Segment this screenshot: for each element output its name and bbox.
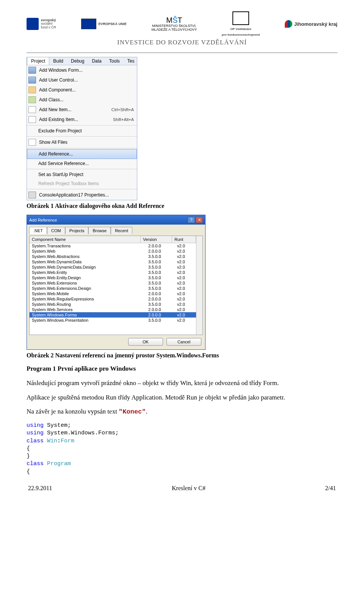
menu-shortcut: Ctrl+Shift+A bbox=[111, 107, 134, 112]
grid-row[interactable]: System.Web.Abstractions3.5.0.0v2.0 bbox=[30, 254, 196, 259]
menubar-tes[interactable]: Tes bbox=[124, 57, 138, 65]
opvk-icon bbox=[232, 11, 249, 25]
grid-row[interactable]: System.Web2.0.0.0v2.0 bbox=[30, 248, 196, 254]
cell-version: 2.0.0.0 bbox=[148, 249, 177, 253]
tab-com[interactable]: COM bbox=[47, 227, 65, 234]
cell-version: 3.5.0.0 bbox=[148, 259, 177, 264]
menu-item-label: Refresh Project Toolbox Items bbox=[38, 181, 99, 186]
ok-button[interactable]: OK bbox=[128, 338, 163, 346]
menu-item-label: ConsoleApplication17 Properties... bbox=[39, 192, 109, 198]
menu-item[interactable]: Set as StartUp Project bbox=[27, 170, 137, 179]
cancel-button[interactable]: Cancel bbox=[166, 338, 201, 346]
cell-name: System.Web bbox=[30, 249, 148, 253]
tab-browse[interactable]: Browse bbox=[88, 227, 111, 234]
type-program: Program bbox=[47, 461, 71, 467]
grid-row[interactable]: System.Windows.Forms2.0.0.0v2.0 bbox=[30, 312, 196, 318]
menu-item[interactable]: ConsoleApplication17 Properties... bbox=[27, 190, 137, 200]
menu-item-label: Set as StartUp Project bbox=[38, 172, 83, 177]
esf-line3: fond v ČR bbox=[41, 25, 56, 29]
menubar-data[interactable]: Data bbox=[88, 57, 105, 65]
vs-menu-items: Add Windows Form...Add User Control...Ad… bbox=[27, 65, 137, 200]
grid-row[interactable]: System.Transactions2.0.0.0v2.0 bbox=[30, 243, 196, 248]
menu-item-label: Add Windows Form... bbox=[39, 68, 83, 73]
code-brace-3: { bbox=[27, 469, 30, 475]
grid-row[interactable]: System.Web.Extensions.Design3.5.0.0v2.0 bbox=[30, 286, 196, 291]
grid-row[interactable]: System.Web.Routing3.5.0.0v2.0 bbox=[30, 302, 196, 307]
grid-row[interactable]: System.Web.DynamicData.Design3.5.0.0v2.0 bbox=[30, 264, 196, 270]
cell-name: System.Web.Routing bbox=[30, 302, 148, 307]
vertical-scrollbar[interactable] bbox=[196, 236, 202, 335]
col-runtime[interactable]: Runt bbox=[172, 236, 196, 243]
menu-item[interactable]: Show All Files bbox=[27, 137, 137, 147]
header-separator bbox=[27, 52, 337, 53]
menu-item[interactable]: Add Existing Item...Shift+Alt+A bbox=[27, 115, 137, 124]
form-icon bbox=[28, 77, 36, 83]
grid-row[interactable]: System.Web.Services2.0.0.0v2.0 bbox=[30, 307, 196, 312]
grid-row[interactable]: System.Web.Mobile2.0.0.0v2.0 bbox=[30, 291, 196, 296]
dialog-titlebar: Add Reference ? ✕ bbox=[27, 215, 205, 225]
cell-name: System.Web.RegularExpressions bbox=[30, 297, 148, 301]
col-version[interactable]: Version bbox=[141, 236, 172, 243]
eu-logo: EVROPSKÁ UNIE bbox=[81, 19, 127, 29]
footer-date: 22.9.2011 bbox=[28, 485, 52, 492]
cell-runtime: v2.0 bbox=[177, 281, 196, 285]
dialog-title: Add Reference bbox=[29, 218, 57, 222]
cell-version: 3.5.0.0 bbox=[148, 318, 177, 322]
eu-flag-icon bbox=[81, 19, 96, 29]
paragraph-3: Na závěr je na konzolu vypsán text "Kone… bbox=[27, 407, 337, 417]
p3-code: "Konec" bbox=[119, 408, 146, 415]
code-colon: : bbox=[57, 438, 61, 444]
kw-using-1: using bbox=[27, 422, 44, 429]
menu-item-label: Exclude From Project bbox=[38, 128, 82, 134]
menu-item[interactable]: Add Service Reference... bbox=[27, 159, 137, 168]
blank-icon bbox=[28, 171, 35, 178]
menu-separator bbox=[27, 136, 137, 137]
tab-net[interactable]: .NET bbox=[29, 227, 47, 234]
grid-row[interactable]: System.Web.Extensions3.5.0.0v2.0 bbox=[30, 280, 196, 286]
cell-version: 3.5.0.0 bbox=[148, 275, 177, 280]
code-l2: System.Windows.Forms; bbox=[44, 430, 119, 436]
cell-name: System.Windows.Forms bbox=[30, 313, 148, 317]
menubar-debug[interactable]: Debug bbox=[67, 57, 88, 65]
menu-item[interactable]: Add Component... bbox=[27, 85, 137, 95]
menu-item[interactable]: Add Class... bbox=[27, 95, 137, 105]
cell-version: 2.0.0.0 bbox=[148, 244, 177, 248]
cell-version: 3.5.0.0 bbox=[148, 270, 177, 275]
cell-version: 3.5.0.0 bbox=[148, 254, 177, 259]
kw-class-1: class bbox=[27, 438, 44, 444]
cell-version: 3.5.0.0 bbox=[148, 302, 177, 307]
menubar-tools[interactable]: Tools bbox=[105, 57, 124, 65]
kw-using-2: using bbox=[27, 430, 44, 436]
help-icon[interactable]: ? bbox=[188, 217, 195, 223]
grid-row[interactable]: System.Web.Entity.Design3.5.0.0v2.0 bbox=[30, 275, 196, 280]
cell-runtime: v2.0 bbox=[177, 313, 196, 317]
cell-runtime: v2.0 bbox=[177, 275, 196, 280]
cell-version: 2.0.0.0 bbox=[148, 297, 177, 301]
tab-recent[interactable]: Recent bbox=[111, 227, 132, 234]
menu-item[interactable]: Add New Item...Ctrl+Shift+A bbox=[27, 105, 137, 115]
menubar-build[interactable]: Build bbox=[49, 57, 67, 65]
menu-item[interactable]: Add Windows Form... bbox=[27, 65, 137, 75]
menu-item: Refresh Project Toolbox Items bbox=[27, 179, 137, 188]
cell-version: 2.0.0.0 bbox=[148, 307, 177, 312]
menu-item[interactable]: Add User Control... bbox=[27, 75, 137, 85]
grid-row[interactable]: System.Web.RegularExpressions2.0.0.0v2.0 bbox=[30, 296, 196, 302]
menu-item[interactable]: Add Reference... bbox=[27, 149, 137, 159]
grid-row[interactable]: System.Web.Entity3.5.0.0v2.0 bbox=[30, 270, 196, 275]
close-icon[interactable]: ✕ bbox=[196, 217, 203, 223]
p3-text: Na závěr je na konzolu vypsán text bbox=[27, 408, 119, 415]
type-win: Win bbox=[47, 438, 57, 444]
grid-row[interactable]: System.Web.DynamicData3.5.0.0v2.0 bbox=[30, 259, 196, 264]
code-block: using System; using System.Windows.Forms… bbox=[27, 422, 337, 476]
col-component-name[interactable]: Component Name bbox=[30, 236, 141, 243]
menu-item[interactable]: Exclude From Project bbox=[27, 126, 137, 135]
paragraph-2: Aplikace je spuštěná metodou Run třídy A… bbox=[27, 393, 337, 402]
menubar-project[interactable]: Project bbox=[27, 57, 49, 65]
code-l1: System; bbox=[44, 422, 71, 429]
item-icon bbox=[28, 106, 36, 113]
blank-icon bbox=[28, 128, 35, 134]
grid-row[interactable]: System.Windows.Presentation3.5.0.0v2.0 bbox=[30, 318, 196, 323]
cell-name: System.Web.Extensions.Design bbox=[30, 286, 148, 291]
tab-projects[interactable]: Projects bbox=[65, 227, 89, 234]
cell-name: System.Web.Mobile bbox=[30, 291, 148, 296]
